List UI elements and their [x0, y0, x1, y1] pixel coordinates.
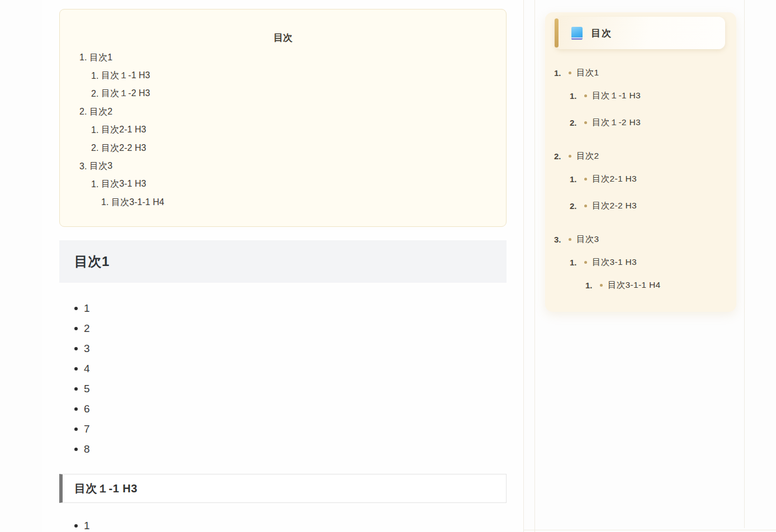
list-item-text: 1 — [84, 302, 90, 315]
sidebar-toc-link[interactable]: 目次1 — [576, 67, 599, 79]
sidebar-toc-header: 目次 — [555, 17, 725, 49]
gold-accent-bar — [555, 18, 559, 48]
list-item-partial: 1 — [59, 516, 507, 532]
sidebar-toc-link[interactable]: 目次3-1 H3 — [592, 256, 637, 268]
toc-link[interactable]: 目次１-1 H3 — [101, 70, 150, 82]
sidebar-toc-item: 2.目次2-2 H3 — [545, 199, 736, 212]
bullet-icon — [74, 387, 78, 391]
list-item-text: 1 — [84, 520, 90, 532]
sidebar-toc-widget: 目次 1.目次11.目次１-1 H32.目次１-2 H32.目次21.目次2-1… — [545, 12, 736, 312]
sidebar-toc-item: 2.目次１-2 H3 — [545, 116, 736, 129]
toc-box-item: 1.目次1 — [60, 49, 506, 66]
toc-link[interactable]: 目次2-2 H3 — [101, 142, 146, 154]
gold-bullet-icon — [569, 72, 571, 74]
list-item: 4 — [59, 359, 507, 379]
sidebar-column-right-border — [744, 0, 745, 528]
toc-item-number: 3. — [79, 162, 87, 172]
toc-item-number: 1. — [570, 91, 584, 101]
toc-item-number: 1. — [79, 53, 87, 63]
list-item: 7 — [59, 419, 507, 439]
article-content: 目次 1.目次11.目次１-1 H32.目次１-2 H32.目次21.目次2-1… — [42, 0, 523, 532]
list-item-text: 2 — [84, 322, 90, 335]
gold-bullet-icon — [584, 178, 587, 180]
bullet-icon — [74, 367, 78, 370]
toc-item-number: 2. — [91, 89, 98, 99]
sidebar: 目次 1.目次11.目次１-1 H32.目次１-2 H32.目次21.目次2-1… — [534, 0, 744, 532]
bullet-icon — [74, 407, 78, 411]
toc-box-item: 2.目次１-2 H3 — [60, 85, 506, 103]
bullet-icon — [74, 428, 78, 431]
toc-item-number: 2. — [554, 151, 569, 161]
toc-box-item: 1.目次3-1-1 H4 — [60, 193, 506, 211]
toc-box-item: 3.目次3 — [60, 157, 506, 175]
blue-book-icon — [571, 27, 583, 40]
toc-box-title: 目次 — [60, 33, 506, 43]
sidebar-toc-link[interactable]: 目次2 — [576, 150, 599, 162]
toc-item-number: 3. — [554, 235, 569, 244]
toc-box-item: 1.目次１-1 H3 — [60, 66, 506, 84]
toc-item-number: 1. — [570, 258, 584, 267]
toc-link[interactable]: 目次１-2 H3 — [101, 88, 150, 99]
sidebar-toc-item: 1.目次１-1 H3 — [545, 89, 736, 102]
sidebar-toc-link[interactable]: 目次１-1 H3 — [592, 90, 641, 102]
sidebar-toc-link[interactable]: 目次１-2 H3 — [592, 117, 641, 129]
list-item-text: 6 — [84, 403, 90, 415]
bullet-icon — [74, 448, 78, 451]
sidebar-toc-link[interactable]: 目次2-2 H3 — [592, 200, 637, 212]
sidebar-toc-item: 1.目次3-1-1 H4 — [545, 278, 736, 292]
toc-item-number: 1. — [91, 71, 98, 81]
sidebar-toc-item: 2.目次2 — [545, 149, 736, 163]
gold-bullet-icon — [569, 238, 571, 241]
bullet-icon — [74, 347, 78, 350]
sidebar-toc-link[interactable]: 目次3 — [576, 234, 599, 245]
toc-box: 目次 1.目次11.目次１-1 H32.目次１-2 H32.目次21.目次2-1… — [59, 9, 507, 227]
toc-item-number: 2. — [79, 107, 87, 117]
list-item: 6 — [59, 399, 507, 419]
toc-link[interactable]: 目次2-1 H3 — [101, 124, 146, 136]
gold-bullet-icon — [584, 261, 587, 264]
list-item-text: 3 — [84, 343, 90, 355]
main-column-right-border — [523, 0, 524, 532]
list-item-text: 7 — [84, 423, 90, 435]
gold-bullet-icon — [584, 205, 587, 207]
h2-heading-banner: 目次1 — [59, 240, 507, 283]
sidebar-toc-item: 1.目次2-1 H3 — [545, 172, 736, 186]
list-item: 8 — [59, 439, 507, 459]
gold-bullet-icon — [569, 155, 571, 158]
list-item: 5 — [59, 379, 507, 399]
list-item-text: 8 — [84, 443, 90, 455]
sidebar-toc-link[interactable]: 目次2-1 H3 — [592, 173, 637, 185]
toc-link[interactable]: 目次2 — [89, 106, 112, 118]
toc-box-item: 2.目次2-2 H3 — [60, 139, 506, 157]
toc-item-number: 1. — [91, 125, 98, 135]
bullet-icon — [74, 327, 78, 330]
h3-heading-text: 目次１-1 H3 — [74, 481, 138, 496]
h2-heading-text: 目次1 — [74, 253, 110, 270]
toc-box-item: 1.目次3-1 H3 — [60, 175, 506, 193]
sidebar-toc-item: 3.目次3 — [545, 232, 736, 246]
list-item: 1 — [59, 298, 507, 319]
toc-link[interactable]: 目次3-1-1 H4 — [111, 197, 164, 208]
sidebar-toc-link[interactable]: 目次3-1-1 H4 — [608, 279, 660, 291]
toc-item-number: 2. — [570, 201, 584, 211]
toc-item-number: 1. — [570, 174, 584, 184]
toc-link[interactable]: 目次1 — [89, 52, 112, 64]
bullet-icon — [74, 524, 78, 528]
sidebar-toc-title: 目次 — [591, 27, 612, 40]
gold-bullet-icon — [584, 121, 587, 124]
gold-bullet-icon — [584, 94, 587, 97]
sidebar-toc-item: 1.目次3-1 H3 — [545, 255, 736, 269]
toc-box-list: 1.目次11.目次１-1 H32.目次１-2 H32.目次21.目次2-1 H3… — [60, 49, 506, 212]
toc-box-item: 2.目次2 — [60, 103, 506, 121]
toc-box-item: 1.目次2-1 H3 — [60, 121, 506, 139]
toc-link[interactable]: 目次3 — [89, 160, 112, 172]
sidebar-toc-item: 1.目次1 — [545, 66, 736, 79]
numbered-bullet-list: 12345678 — [59, 298, 507, 459]
toc-item-number: 2. — [91, 143, 98, 153]
toc-item-number: 2. — [570, 118, 584, 127]
toc-link[interactable]: 目次3-1 H3 — [101, 178, 146, 190]
toc-item-number: 1. — [585, 281, 600, 290]
sidebar-toc-list: 1.目次11.目次１-1 H32.目次１-2 H32.目次21.目次2-1 H3… — [545, 66, 736, 292]
h3-heading-box: 目次１-1 H3 — [59, 474, 507, 503]
list-item-text: 4 — [84, 363, 90, 375]
